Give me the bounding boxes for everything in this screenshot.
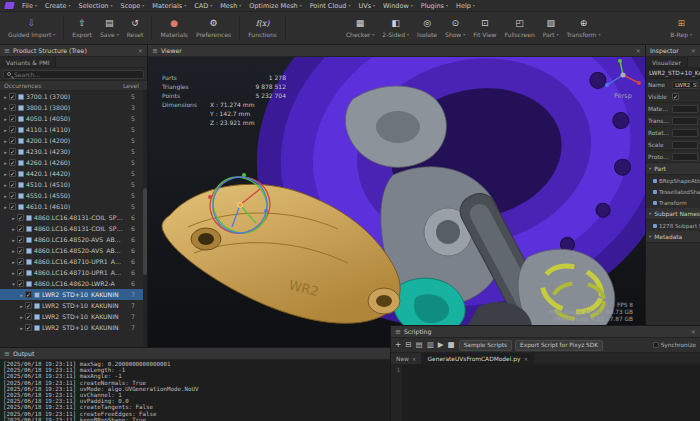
tree-row[interactable]: ▸✓4420.1 (4420)5 [0,168,147,179]
close-icon[interactable]: × [636,47,641,55]
tree-row[interactable]: ▸✓LWR2_STD+10_KAKUNIN7 [0,322,147,333]
visibility-checkbox[interactable]: ✓ [25,302,32,309]
viewer-canvas[interactable]: WR2 [148,57,645,347]
tree-row[interactable]: ▸✓4860.LC16.48520-AVS_ABSR_R6 [0,245,147,256]
column-level[interactable]: Level [119,82,143,89]
tree-row[interactable]: ▸✓4860.LC16.48131-COIL_SPRG_K6 [0,212,147,223]
visibility-checkbox[interactable]: ✓ [9,181,16,188]
tree-row[interactable]: ▸✓4110.1 (4110)5 [0,124,147,135]
chevron-right-icon[interactable]: ▸ [2,116,9,122]
tree-row[interactable]: ▸✓LWR2_STD+10_KAKUNIN7 [0,300,147,311]
toolbar-preferences-button[interactable]: ⚙Preferences [192,12,235,44]
toolbar-export-button[interactable]: ⇧Export [68,12,96,44]
toolbar-materials-button[interactable]: ●Materials [156,12,192,44]
field-value[interactable] [672,117,698,125]
toolbar-part-button[interactable]: ▧Part▾ [539,12,563,44]
chevron-right-icon[interactable]: ▸ [18,314,25,320]
visibility-checkbox[interactable]: ✓ [17,247,24,254]
toolbar-show-button[interactable]: ⊙Show▾ [441,12,469,44]
menu-selection[interactable]: Selection▾ [75,0,117,11]
menu-cad[interactable]: CAD▾ [190,0,216,11]
close-icon[interactable]: × [523,356,528,362]
synchronize-checkbox[interactable]: Synchronize [653,342,696,348]
section-metadata[interactable]: ▾Metadata [646,231,700,243]
tab-visualizer[interactable]: Visualizer [646,57,688,67]
toolbar-fullscreen-button[interactable]: ◰Fullscreen [500,12,538,44]
visibility-checkbox[interactable]: ✓ [17,225,24,232]
field-value[interactable] [672,105,698,113]
visibility-checkbox[interactable]: ✓ [25,324,32,331]
chevron-right-icon[interactable]: ▸ [2,105,9,111]
chevron-right-icon[interactable]: ▸ [2,204,9,210]
visibility-checkbox[interactable]: ✓ [17,214,24,221]
chevron-right-icon[interactable]: ▸ [2,193,9,199]
output-log[interactable]: [2025/06/18 19:23:11] maxSag: 0.20000000… [0,360,390,421]
chevron-right-icon[interactable]: ▸ [10,237,17,243]
tree-row[interactable]: ▸✓4860.LC16.48131-COIL_SPRG_K6 [0,223,147,234]
search-box[interactable] [3,70,144,79]
field-value[interactable] [672,129,698,137]
attribute-item[interactable]: Transform [646,197,700,208]
attribute-item[interactable]: TessellatedShape [646,186,700,197]
column-occurrences[interactable]: Occurrences [4,82,119,89]
open-script-button[interactable]: ⊟ [405,340,411,350]
chevron-right-icon[interactable]: ▸ [2,160,9,166]
menu-create[interactable]: Create▾ [41,0,75,11]
tab-variants-pmi[interactable]: Variants & PMI [0,57,56,67]
tree-row[interactable]: ▸✓4860.LC16.48520-AVS_ABSR_N6 [0,234,147,245]
script-tab-new[interactable]: New× [391,353,422,364]
save-script-button[interactable]: ▤ [416,340,423,350]
panel-menu-icon[interactable]: ≡ [152,47,158,55]
tree-row[interactable]: ▸✓3800.1 (3800)3 [0,102,147,113]
panel-menu-icon[interactable]: ≡ [4,350,10,358]
chevron-right-icon[interactable]: ▸ [10,270,17,276]
close-icon[interactable]: × [691,47,696,55]
chevron-right-icon[interactable]: ▸ [18,292,25,298]
tree-scrollbar[interactable] [143,91,147,347]
chevron-right-icon[interactable]: ▸ [10,259,17,265]
script-tab-generateuvsfromcadmodel-py[interactable]: GenerateUVsFromCADModel.py× [422,353,534,364]
visibility-checkbox[interactable]: ✓ [9,137,16,144]
visibility-checkbox[interactable]: ✓ [9,93,16,100]
menu-window[interactable]: Window▾ [379,0,417,11]
menu-optimize-mesh[interactable]: Optimize Mesh▾ [245,0,305,11]
chevron-down-icon[interactable]: ▾ [10,281,17,287]
checkbox[interactable]: ✓ [672,93,679,100]
new-script-button[interactable]: + [395,340,401,350]
chevron-right-icon[interactable]: ▸ [2,127,9,133]
script-editor[interactable]: 1 [391,365,700,421]
chevron-right-icon[interactable]: ▸ [10,215,17,221]
chevron-right-icon[interactable]: ▸ [10,226,17,232]
toolbar-reset-button[interactable]: ↺Reset [123,12,148,44]
tree-row[interactable]: ▸✓4860.LC16.48710-UPR1_ARM_K6 [0,267,147,278]
chevron-right-icon[interactable]: ▸ [2,171,9,177]
visibility-checkbox[interactable]: ✓ [25,291,32,298]
visibility-checkbox[interactable]: ✓ [9,170,16,177]
visibility-checkbox[interactable]: ✓ [9,192,16,199]
visibility-checkbox[interactable]: ✓ [9,115,16,122]
toolbar-isolate-button[interactable]: ◎Isolate [413,12,441,44]
close-icon[interactable]: × [691,328,696,336]
tree-row[interactable]: ▸✓4550.1 (4550)5 [0,190,147,201]
camera-mode-label[interactable]: Persp [614,92,632,100]
close-icon[interactable]: × [138,47,143,55]
field-value[interactable]: LWR2_STD+10_KAKUNIN [672,81,698,89]
visibility-checkbox[interactable]: ✓ [17,280,24,287]
field-value[interactable] [672,153,698,161]
toolbar-b-rep-button[interactable]: ⊞B-Rep▾ [666,12,696,44]
visibility-checkbox[interactable]: ✓ [17,269,24,276]
section-subpart-names[interactable]: ▾Subpart Names [646,208,700,220]
menu-point-cloud[interactable]: Point Cloud▾ [306,0,355,11]
visibility-checkbox[interactable]: ✓ [17,236,24,243]
chevron-right-icon[interactable]: ▸ [18,303,25,309]
tree-row[interactable]: ▾✓4860.LC16.48620-LWR2-A6 [0,278,147,289]
menu-mesh[interactable]: Mesh▾ [216,0,245,11]
menu-plugins[interactable]: Plugins▾ [417,0,452,11]
checkbox[interactable] [653,342,659,348]
chevron-right-icon[interactable]: ▸ [2,149,9,155]
chevron-right-icon[interactable]: ▸ [2,94,9,100]
menu-help[interactable]: Help▾ [452,0,479,11]
menu-uvs[interactable]: UVs▾ [354,0,379,11]
sample-scripts-button[interactable]: Sample Scripts [459,340,512,351]
field-value[interactable] [672,141,698,149]
